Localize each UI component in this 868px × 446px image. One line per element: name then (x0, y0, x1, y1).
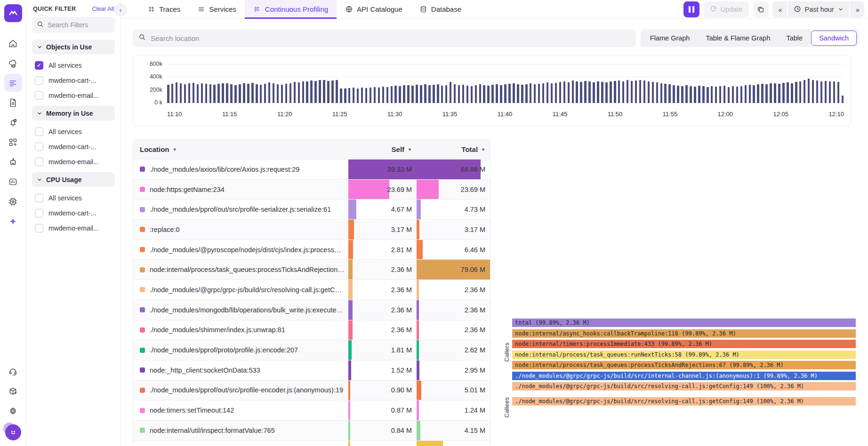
timeline-bar[interactable] (298, 82, 300, 103)
timeline-bar[interactable] (314, 81, 317, 103)
timeline-bar[interactable] (201, 83, 203, 103)
table-row[interactable]: ./node_modules/axios/lib/core/Axios.js:r… (133, 159, 490, 180)
timeline-bar[interactable] (534, 84, 536, 103)
timeline-bar[interactable] (508, 84, 511, 103)
package-add-icon[interactable] (4, 382, 22, 400)
timeline-bar[interactable] (618, 80, 620, 103)
timeline-bar[interactable] (622, 81, 625, 103)
timeline-bar[interactable] (787, 82, 789, 103)
timeline-bar[interactable] (365, 88, 368, 103)
timeline-bar[interactable] (416, 85, 418, 103)
dashboard-add-icon[interactable] (4, 133, 22, 151)
filter-checkbox-item[interactable]: mwdemo-email... (32, 221, 115, 236)
tab-services[interactable]: Services (189, 0, 245, 18)
timeline-bar[interactable] (551, 83, 553, 103)
timeline-bar[interactable] (180, 83, 182, 103)
timeline-bar[interactable] (580, 82, 582, 103)
timeline-bar[interactable] (340, 88, 342, 103)
timeline-bar[interactable] (521, 85, 523, 103)
timeline-bar[interactable] (353, 88, 355, 103)
timeline-bar[interactable] (188, 83, 191, 103)
timeline-bar[interactable] (197, 84, 199, 103)
timeline-bar[interactable] (660, 83, 663, 103)
timeline-bar[interactable] (217, 84, 220, 103)
clear-all-link[interactable]: Clear All (92, 6, 114, 12)
timeline-bar[interactable] (584, 81, 587, 103)
timeline-bar[interactable] (791, 83, 793, 103)
copy-icon[interactable] (753, 1, 769, 17)
timeline-bar[interactable] (441, 86, 443, 103)
sandwich-frame-bar[interactable]: ./node_modules/@grpc/grpc-js/build/src/i… (512, 372, 856, 380)
table-row[interactable]: node:timers:setTimeout:1420.87 M1.24 M (133, 400, 490, 421)
timeline-bar[interactable] (331, 80, 334, 103)
timeline-bar[interactable] (593, 82, 595, 103)
timeline-bar[interactable] (538, 84, 540, 103)
table-row[interactable]: node:internal/util/inspect:formatValue:7… (133, 421, 490, 441)
timeline-bar[interactable] (610, 81, 612, 103)
chart-plot-area[interactable]: 0 k200k400k600k (167, 64, 844, 103)
timeline-bar[interactable] (357, 88, 359, 103)
timeline-bar[interactable] (277, 84, 279, 103)
table-row[interactable]: ./node_modules/pprof/out/src/profile-enc… (133, 381, 490, 401)
timeline-bar[interactable] (491, 85, 494, 103)
filter-section-memory-in-use[interactable]: Memory in Use (32, 106, 115, 120)
timeline-bar[interactable] (184, 84, 186, 103)
user-avatar[interactable] (5, 424, 21, 440)
timeline-bar[interactable] (833, 81, 836, 103)
table-row[interactable]: node:_http_client:socketOnData:5331.52 M… (133, 360, 490, 381)
timeline-bar[interactable] (601, 82, 603, 103)
timeline-bar[interactable] (740, 86, 743, 103)
infra-cloud-icon[interactable] (4, 54, 22, 72)
location-search[interactable] (133, 29, 636, 47)
timeline-bar[interactable] (399, 86, 401, 103)
timeline-bar[interactable] (664, 84, 667, 103)
timeline-bar[interactable] (685, 85, 688, 103)
timeline-bar[interactable] (825, 81, 827, 103)
checkbox-unchecked[interactable] (35, 194, 43, 202)
processor-icon[interactable] (4, 192, 22, 210)
tab-traces[interactable]: Traces (139, 0, 189, 18)
timeline-bar[interactable] (799, 81, 802, 103)
filter-checkbox-item[interactable]: All services (32, 191, 115, 206)
timeline-bar[interactable] (302, 81, 305, 103)
timeline-bar[interactable] (778, 84, 780, 103)
sandwich-frame-bar[interactable]: ./node_modules/@grpc/grpc-js/build/src/r… (512, 397, 856, 406)
timeline-bar[interactable] (374, 87, 376, 103)
filter-search-input[interactable] (48, 21, 109, 29)
table-row[interactable]: ./node_modules/@pyroscope/nodejs/dist/cj… (133, 240, 490, 260)
filter-checkbox-item[interactable]: mwdemo-cart-... (32, 73, 115, 88)
timeline-bar[interactable] (757, 84, 759, 103)
timeline-bar[interactable] (525, 84, 528, 103)
sandwich-frame-bar[interactable]: node:internal/process/task_queues:proces… (512, 361, 856, 369)
view-button-flame-graph[interactable]: Flame Graph (643, 31, 698, 46)
timeline-bar[interactable] (765, 84, 768, 103)
timeline-bar[interactable] (167, 85, 169, 103)
timeline-bar[interactable] (690, 86, 692, 103)
timeline-bar[interactable] (782, 83, 785, 103)
timeline-bar[interactable] (837, 82, 840, 103)
home-icon[interactable] (4, 34, 22, 52)
timeline-bar[interactable] (648, 81, 650, 103)
timeline-bar[interactable] (251, 83, 254, 103)
tab-continuous-profiling[interactable]: Continuous Profiling (245, 0, 337, 18)
timeline-bar[interactable] (454, 84, 456, 103)
filter-checkbox-item[interactable]: mwdemo-email... (32, 154, 115, 169)
self-column-header[interactable]: Self▼ (348, 145, 417, 153)
table-row[interactable]: ./node_modules/pprof/proto/profile.js:en… (133, 340, 490, 360)
filter-section-cpu-usage[interactable]: CPU Usage (32, 172, 115, 187)
timeline-bar[interactable] (652, 82, 654, 103)
timeline-bar[interactable] (631, 81, 633, 103)
timeline-bar[interactable] (213, 85, 216, 103)
checkbox-unchecked[interactable] (35, 224, 43, 232)
timeline-bar[interactable] (483, 85, 485, 103)
checkbox-unchecked[interactable] (35, 143, 43, 151)
filter-checkbox-item[interactable]: All services (32, 58, 115, 73)
table-row[interactable]: ./node_modules/shimmer/index.js:unwrap:8… (133, 320, 490, 341)
timeline-bar[interactable] (420, 85, 422, 103)
settings-gear-icon[interactable] (4, 402, 22, 420)
timeline-bar[interactable] (475, 85, 477, 103)
timeline-bar[interactable] (694, 87, 696, 103)
timeline-bar[interactable] (500, 85, 502, 103)
support-headset-icon[interactable] (4, 362, 22, 380)
timeline-bar[interactable] (572, 80, 574, 103)
